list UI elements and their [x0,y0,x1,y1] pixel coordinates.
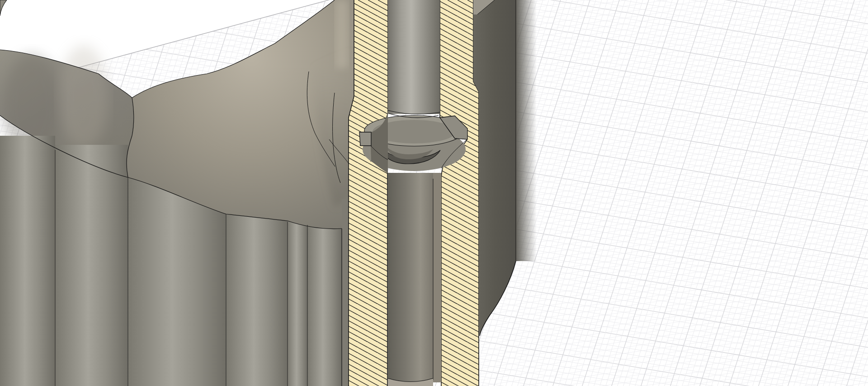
cad-viewport-canvas[interactable] [0,0,868,386]
cad-application-window [0,0,868,386]
bore-inner-strip [433,173,441,382]
housing-outer-strip [342,199,349,386]
section-wall-right-hatch [440,0,479,386]
neck-highlight [335,0,348,68]
sleeve-soft-edge [516,0,537,261]
bore-interior [388,173,433,382]
section-wall-left-hatch [349,0,388,386]
collar-tab-left [359,132,371,146]
knob-top-curl [0,0,7,16]
outer-sleeve [473,0,516,336]
shaft [388,0,440,114]
